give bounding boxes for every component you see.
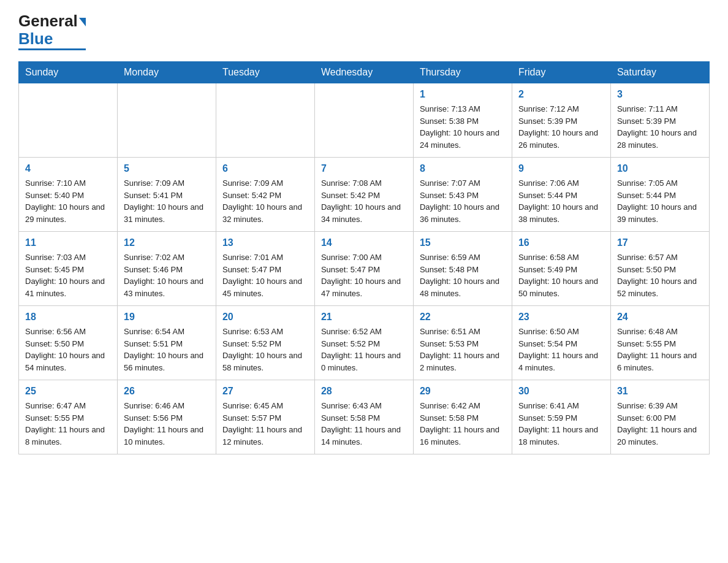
day-info: Daylight: 11 hours and 18 minutes. [518, 424, 604, 448]
day-info: Sunrise: 7:03 AM [25, 251, 111, 264]
weekday-header-thursday: Thursday [413, 62, 512, 83]
day-info: Sunrise: 7:12 AM [518, 103, 604, 115]
day-number: 12 [124, 236, 210, 250]
day-info: Sunset: 5:50 PM [25, 338, 111, 350]
day-info: Sunrise: 7:09 AM [124, 177, 210, 190]
calendar-cell: 28Sunrise: 6:43 AMSunset: 5:58 PMDayligh… [314, 380, 413, 454]
day-info: Sunset: 5:58 PM [321, 412, 407, 424]
page-header: GeneralBlue [18, 12, 710, 50]
day-number: 8 [420, 161, 506, 176]
calendar-cell: 17Sunrise: 6:57 AMSunset: 5:50 PMDayligh… [610, 232, 709, 306]
day-info: Sunset: 5:51 PM [124, 338, 210, 350]
day-info: Sunrise: 6:41 AM [518, 400, 604, 412]
calendar-cell: 22Sunrise: 6:51 AMSunset: 5:53 PMDayligh… [413, 306, 512, 380]
calendar-cell: 15Sunrise: 6:59 AMSunset: 5:48 PMDayligh… [413, 232, 512, 306]
day-info: Sunrise: 7:06 AM [518, 177, 604, 190]
day-info: Sunrise: 6:53 AM [222, 326, 308, 338]
week-row-1: 1Sunrise: 7:13 AMSunset: 5:38 PMDaylight… [19, 83, 710, 158]
day-info: Sunrise: 7:07 AM [420, 177, 506, 190]
day-number: 23 [518, 310, 604, 324]
calendar-cell: 26Sunrise: 6:46 AMSunset: 5:56 PMDayligh… [117, 380, 216, 454]
calendar-cell: 21Sunrise: 6:52 AMSunset: 5:52 PMDayligh… [314, 306, 413, 380]
calendar-table: SundayMondayTuesdayWednesdayThursdayFrid… [18, 61, 710, 454]
calendar-cell: 2Sunrise: 7:12 AMSunset: 5:39 PMDaylight… [512, 83, 610, 158]
day-number: 5 [124, 161, 210, 176]
day-info: Sunrise: 7:01 AM [222, 251, 308, 264]
calendar-cell [117, 83, 216, 158]
day-info: Sunrise: 7:09 AM [222, 177, 308, 190]
weekday-header-sunday: Sunday [19, 62, 118, 83]
day-info: Daylight: 11 hours and 8 minutes. [25, 424, 111, 448]
day-info: Sunrise: 6:47 AM [25, 400, 111, 412]
week-row-2: 4Sunrise: 7:10 AMSunset: 5:40 PMDaylight… [19, 158, 710, 232]
calendar-cell: 14Sunrise: 7:00 AMSunset: 5:47 PMDayligh… [314, 232, 413, 306]
day-info: Daylight: 10 hours and 36 minutes. [420, 201, 506, 225]
weekday-header-saturday: Saturday [610, 62, 709, 83]
day-info: Sunset: 5:47 PM [222, 264, 308, 276]
day-info: Sunrise: 6:52 AM [321, 326, 407, 338]
day-number: 16 [518, 236, 604, 250]
day-info: Daylight: 10 hours and 29 minutes. [25, 201, 111, 225]
calendar-cell: 18Sunrise: 6:56 AMSunset: 5:50 PMDayligh… [19, 306, 118, 380]
day-info: Sunrise: 7:08 AM [321, 177, 407, 190]
day-info: Sunset: 5:38 PM [420, 115, 506, 128]
day-info: Sunset: 5:50 PM [617, 264, 703, 276]
day-info: Daylight: 10 hours and 58 minutes. [222, 350, 308, 373]
week-row-5: 25Sunrise: 6:47 AMSunset: 5:55 PMDayligh… [19, 380, 710, 454]
day-info: Daylight: 10 hours and 26 minutes. [518, 127, 604, 151]
day-info: Daylight: 11 hours and 10 minutes. [124, 424, 210, 448]
day-number: 28 [321, 384, 407, 399]
day-info: Sunset: 5:56 PM [124, 412, 210, 424]
day-number: 27 [222, 384, 308, 399]
calendar-cell: 29Sunrise: 6:42 AMSunset: 5:58 PMDayligh… [413, 380, 512, 454]
day-info: Sunset: 5:52 PM [321, 338, 407, 350]
day-number: 3 [617, 87, 703, 102]
day-info: Sunrise: 7:10 AM [25, 177, 111, 190]
day-number: 6 [222, 161, 308, 176]
calendar-cell: 30Sunrise: 6:41 AMSunset: 5:59 PMDayligh… [512, 380, 610, 454]
calendar-cell: 1Sunrise: 7:13 AMSunset: 5:38 PMDaylight… [413, 83, 512, 158]
day-info: Daylight: 10 hours and 50 minutes. [518, 275, 604, 299]
day-info: Daylight: 10 hours and 47 minutes. [321, 275, 407, 299]
day-info: Sunset: 5:42 PM [222, 190, 308, 202]
day-info: Sunrise: 7:13 AM [420, 103, 506, 115]
day-info: Daylight: 10 hours and 31 minutes. [124, 201, 210, 225]
day-info: Sunset: 5:52 PM [222, 338, 308, 350]
day-info: Sunset: 6:00 PM [617, 412, 703, 424]
day-info: Daylight: 11 hours and 4 minutes. [518, 350, 604, 373]
day-info: Sunset: 5:44 PM [518, 190, 604, 202]
calendar-cell: 24Sunrise: 6:48 AMSunset: 5:55 PMDayligh… [610, 306, 709, 380]
day-info: Sunset: 5:54 PM [518, 338, 604, 350]
calendar-cell [19, 83, 118, 158]
calendar-cell: 20Sunrise: 6:53 AMSunset: 5:52 PMDayligh… [216, 306, 314, 380]
day-number: 1 [420, 87, 506, 102]
day-number: 31 [617, 384, 703, 399]
calendar-cell: 6Sunrise: 7:09 AMSunset: 5:42 PMDaylight… [216, 158, 314, 232]
calendar-cell [216, 83, 314, 158]
day-info: Daylight: 10 hours and 54 minutes. [25, 350, 111, 373]
day-info: Sunset: 5:42 PM [321, 190, 407, 202]
day-info: Daylight: 11 hours and 14 minutes. [321, 424, 407, 448]
day-info: Sunrise: 6:42 AM [420, 400, 506, 412]
day-info: Sunset: 5:48 PM [420, 264, 506, 276]
logo: GeneralBlue [18, 12, 86, 50]
day-info: Daylight: 11 hours and 0 minutes. [321, 350, 407, 373]
day-info: Sunset: 5:47 PM [321, 264, 407, 276]
day-info: Sunset: 5:59 PM [518, 412, 604, 424]
calendar-body: 1Sunrise: 7:13 AMSunset: 5:38 PMDaylight… [19, 83, 710, 454]
weekday-header-tuesday: Tuesday [216, 62, 314, 83]
day-number: 11 [25, 236, 111, 250]
weekday-header-monday: Monday [117, 62, 216, 83]
day-info: Sunrise: 7:02 AM [124, 251, 210, 264]
day-info: Sunset: 5:49 PM [518, 264, 604, 276]
day-number: 19 [124, 310, 210, 324]
day-info: Daylight: 11 hours and 12 minutes. [222, 424, 308, 448]
logo-text: GeneralBlue [18, 12, 86, 47]
day-info: Sunrise: 6:50 AM [518, 326, 604, 338]
calendar-cell: 27Sunrise: 6:45 AMSunset: 5:57 PMDayligh… [216, 380, 314, 454]
day-info: Daylight: 10 hours and 32 minutes. [222, 201, 308, 225]
day-info: Daylight: 10 hours and 34 minutes. [321, 201, 407, 225]
day-info: Sunset: 5:44 PM [617, 190, 703, 202]
day-info: Sunrise: 7:00 AM [321, 251, 407, 264]
calendar-cell [314, 83, 413, 158]
